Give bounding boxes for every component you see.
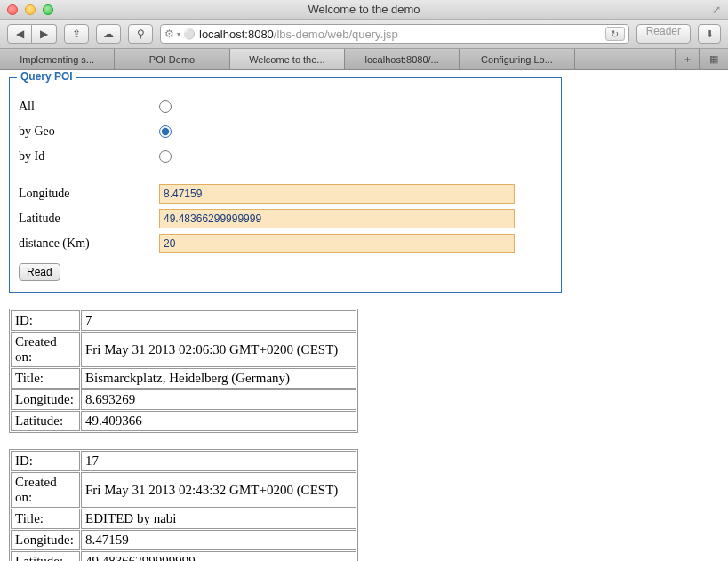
table-row: Title:Bismarckplatz, Heidelberg (Germany… xyxy=(11,368,356,389)
longitude-label: Longitude: xyxy=(11,389,80,410)
url-host: localhost:8080 xyxy=(199,28,274,41)
table-row: Title:EDITED by nabi xyxy=(11,509,356,529)
url-path: /lbs-demo/web/query.jsp xyxy=(274,28,398,41)
latitude-value: 49.48366299999999 xyxy=(81,551,356,561)
created-label: Created on: xyxy=(11,332,80,367)
window-title: Welcome to the demo xyxy=(308,3,420,16)
table-row: Created on:Fri May 31 2013 02:06:30 GMT+… xyxy=(11,332,356,367)
tab-2[interactable]: Welcome to the... xyxy=(230,49,345,69)
table-row: ID:17 xyxy=(11,451,356,471)
forward-button[interactable]: ▶ xyxy=(32,24,57,44)
key-button[interactable]: ⚲ xyxy=(128,24,153,44)
new-tab-button[interactable]: ＋ xyxy=(675,49,700,69)
created-value: Fri May 31 2013 02:43:32 GMT+0200 (CEST) xyxy=(81,472,356,508)
result-table-1: ID:17 Created on:Fri May 31 2013 02:43:3… xyxy=(9,449,358,561)
zoom-window-button[interactable] xyxy=(43,4,53,15)
browser-toolbar: ◀ ▶ ⇪ ☁ ⚲ ⚙ ▾ ⚪ localhost:8080/lbs-demo/… xyxy=(0,20,728,49)
back-button[interactable]: ◀ xyxy=(7,24,32,44)
id-label: ID: xyxy=(11,451,80,471)
table-row: Longitude:8.47159 xyxy=(11,530,356,550)
radio-bygeo-label: by Geo xyxy=(19,124,159,139)
page-content: Query POI All by Geo by Id Longitude Lat… xyxy=(0,70,728,561)
distance-label: distance (Km) xyxy=(19,236,159,251)
reload-button[interactable]: ↻ xyxy=(605,27,625,41)
radio-all-label: All xyxy=(19,100,159,114)
tab-0[interactable]: Implementing s... xyxy=(0,49,115,69)
distance-input[interactable] xyxy=(159,234,515,253)
radio-bygeo[interactable] xyxy=(159,125,172,138)
longitude-label: Longitude xyxy=(19,187,159,201)
chevron-down-icon[interactable]: ▾ xyxy=(177,30,180,38)
longitude-value: 8.693269 xyxy=(81,389,356,410)
table-row: Created on:Fri May 31 2013 02:43:32 GMT+… xyxy=(11,472,356,508)
reader-button[interactable]: Reader xyxy=(636,24,691,44)
tab-strip: Implementing s... POI Demo Welcome to th… xyxy=(0,49,728,70)
tab-4[interactable]: Configuring Lo... xyxy=(460,49,574,69)
longitude-label: Longitude: xyxy=(11,530,80,550)
id-label: ID: xyxy=(11,310,80,331)
latitude-input[interactable] xyxy=(159,209,515,228)
title-value: EDITED by nabi xyxy=(81,509,356,529)
title-label: Title: xyxy=(11,509,80,529)
longitude-input[interactable] xyxy=(159,184,515,204)
traffic-lights xyxy=(7,4,53,15)
share-button[interactable]: ⇪ xyxy=(64,24,89,44)
minimize-window-button[interactable] xyxy=(25,4,36,15)
latitude-value: 49.409366 xyxy=(81,411,356,431)
created-label: Created on: xyxy=(11,472,80,508)
url-text: localhost:8080/lbs-demo/web/query.jsp xyxy=(199,28,398,41)
url-bar[interactable]: ⚙ ▾ ⚪ localhost:8080/lbs-demo/web/query.… xyxy=(160,24,629,44)
query-poi-fieldset: Query POI All by Geo by Id Longitude Lat… xyxy=(9,77,562,293)
cloud-button[interactable]: ☁ xyxy=(96,24,121,44)
table-row: ID:7 xyxy=(11,310,356,331)
tab-1[interactable]: POI Demo xyxy=(115,49,229,69)
table-row: Longitude:8.693269 xyxy=(11,389,356,410)
gear-icon[interactable]: ⚙ xyxy=(164,28,174,40)
read-button[interactable]: Read xyxy=(19,263,60,281)
fieldset-legend: Query POI xyxy=(17,70,76,83)
downloads-button[interactable]: ⬇ xyxy=(698,24,721,44)
table-row: Latitude:49.409366 xyxy=(11,411,356,431)
radio-byid-label: by Id xyxy=(19,149,159,164)
result-table-0: ID:7 Created on:Fri May 31 2013 02:06:30… xyxy=(9,309,358,433)
id-value: 7 xyxy=(81,310,356,331)
all-tabs-button[interactable]: ▦ xyxy=(700,49,728,69)
table-row: Latitude:49.48366299999999 xyxy=(11,551,356,561)
site-icon: ⚪ xyxy=(183,28,196,40)
latitude-label: Latitude: xyxy=(11,411,80,431)
title-label: Title: xyxy=(11,368,80,389)
radio-byid[interactable] xyxy=(159,150,172,163)
close-window-button[interactable] xyxy=(7,4,18,15)
radio-all[interactable] xyxy=(159,100,172,113)
title-value: Bismarckplatz, Heidelberg (Germany) xyxy=(81,368,356,389)
latitude-label: Latitude: xyxy=(11,551,80,561)
latitude-label: Latitude xyxy=(19,212,159,226)
resize-icon: ⤢ xyxy=(712,4,721,16)
tab-3[interactable]: localhost:8080/... xyxy=(345,49,460,69)
longitude-value: 8.47159 xyxy=(81,530,356,550)
id-value: 17 xyxy=(81,451,356,471)
created-value: Fri May 31 2013 02:06:30 GMT+0200 (CEST) xyxy=(81,332,356,367)
window-titlebar: Welcome to the demo ⤢ xyxy=(0,0,728,20)
